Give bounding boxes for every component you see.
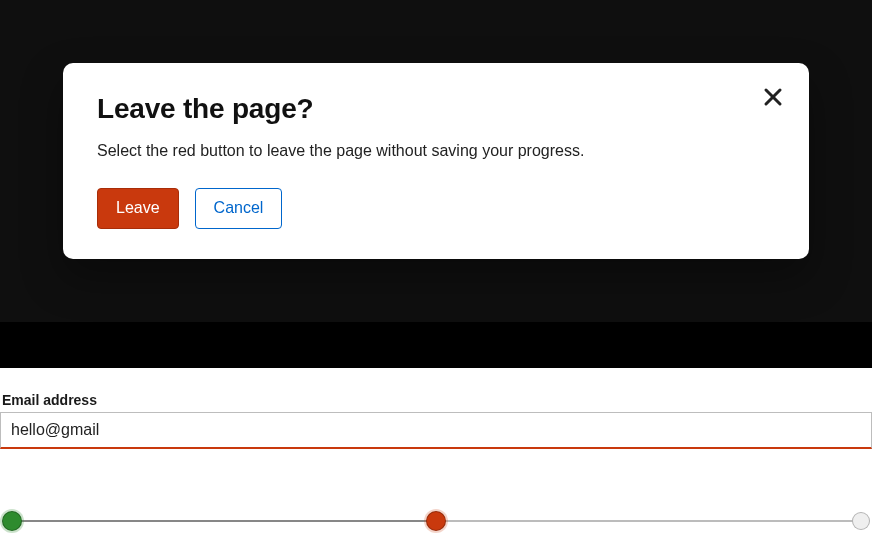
leave-button[interactable]: Leave bbox=[97, 188, 179, 228]
modal-backdrop: Leave the page? Select the red button to… bbox=[0, 0, 872, 322]
dialog-actions: Leave Cancel bbox=[97, 188, 775, 228]
divider-bar bbox=[0, 322, 872, 368]
slider-track-filled bbox=[10, 520, 436, 522]
slider-handle-end[interactable] bbox=[852, 512, 870, 530]
dialog-title: Leave the page? bbox=[97, 93, 775, 125]
dialog-body: Select the red button to leave the page … bbox=[97, 139, 775, 162]
slider-track-remaining bbox=[436, 520, 862, 522]
email-label: Email address bbox=[0, 392, 872, 412]
email-form-section: Email address bbox=[0, 368, 872, 449]
cancel-button[interactable]: Cancel bbox=[195, 188, 283, 228]
leave-page-dialog: Leave the page? Select the red button to… bbox=[63, 63, 809, 259]
slider-handle-start[interactable] bbox=[2, 511, 22, 531]
close-icon[interactable] bbox=[759, 83, 787, 111]
email-field[interactable] bbox=[0, 412, 872, 449]
slider-handle-current[interactable] bbox=[426, 511, 446, 531]
progress-slider[interactable] bbox=[2, 511, 870, 531]
